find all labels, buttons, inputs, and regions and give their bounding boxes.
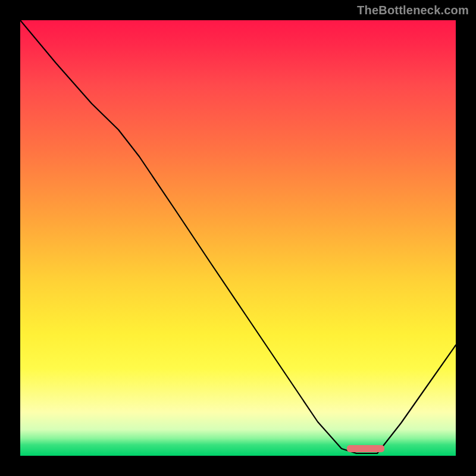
optimal-range-marker bbox=[347, 445, 384, 452]
chart-frame: TheBottleneck.com bbox=[0, 0, 476, 476]
curve-svg bbox=[20, 20, 456, 456]
bottleneck-curve bbox=[20, 20, 456, 453]
watermark-text: TheBottleneck.com bbox=[357, 4, 469, 17]
plot-area bbox=[20, 20, 456, 456]
